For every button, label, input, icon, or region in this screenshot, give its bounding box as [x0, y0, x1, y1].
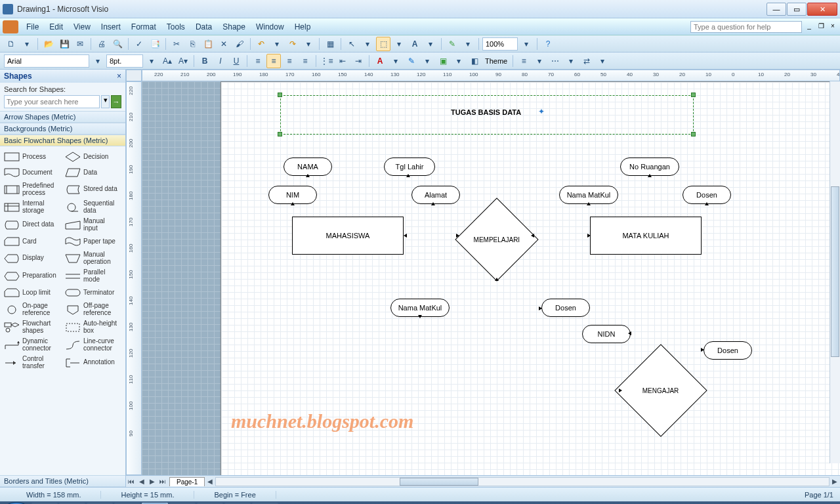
drawing-canvas[interactable]: TUGAS BASIS DATA ✦ MAHASISWA NAMA NIM Tg…: [142, 81, 840, 475]
dropdown-icon[interactable]: ▾: [564, 54, 578, 68]
align-center-button[interactable]: ≡: [266, 54, 281, 68]
resize-handle[interactable]: [278, 132, 282, 136]
paste-button[interactable]: 📋: [201, 37, 215, 51]
dropdown-icon[interactable]: ▾: [270, 37, 284, 51]
scrollbar-thumb[interactable]: [831, 186, 839, 357]
print-button[interactable]: 🖨: [94, 37, 109, 51]
close-button[interactable]: ✕: [807, 3, 837, 16]
attr-dosen[interactable]: Dosen: [682, 186, 731, 204]
help-search-input[interactable]: [690, 21, 802, 33]
attr-tgllahir[interactable]: Tgl Lahir: [384, 158, 435, 176]
search-dropdown-icon[interactable]: ▾: [101, 95, 110, 108]
italic-button[interactable]: I: [213, 54, 228, 68]
maximize-button[interactable]: ▭: [787, 3, 807, 16]
font-name-combo[interactable]: [4, 54, 89, 68]
scrollbar-thumb[interactable]: [400, 478, 478, 486]
menu-insert[interactable]: Insert: [96, 20, 126, 34]
attr-alamat[interactable]: Alamat: [411, 186, 460, 204]
align-left-button[interactable]: ≡: [251, 54, 265, 68]
resize-handle[interactable]: [691, 93, 696, 97]
mail-button[interactable]: ✉: [73, 37, 87, 51]
pointer-tool-button[interactable]: ↖: [345, 37, 359, 51]
shape-card[interactable]: Card: [1, 234, 62, 249]
dropdown-icon[interactable]: ▾: [392, 37, 406, 51]
shape-manual-input[interactable]: Manual input: [62, 216, 123, 234]
vertical-scrollbar[interactable]: [830, 81, 840, 463]
attr-dosen3[interactable]: Dosen: [704, 341, 752, 360]
rotation-handle-icon[interactable]: ✦: [538, 107, 545, 116]
shapes-search-input[interactable]: [4, 95, 100, 108]
horizontal-scrollbar[interactable]: ◀ ▶: [205, 477, 840, 486]
line-color-button[interactable]: ✎: [404, 54, 419, 68]
relation-mempelajari[interactable]: MEMPELAJARI: [455, 198, 538, 281]
dropdown-icon[interactable]: ▾: [420, 54, 434, 68]
dropdown-icon[interactable]: ▾: [595, 54, 610, 68]
shape-decision[interactable]: Decision: [62, 149, 123, 165]
attr-dosen-rel[interactable]: Dosen: [541, 299, 590, 317]
shape-loop-limit[interactable]: Loop limit: [1, 285, 62, 301]
vertical-ruler[interactable]: 220210200 190180170 160150140 130120110 …: [126, 81, 142, 475]
open-button[interactable]: 📂: [41, 37, 56, 51]
format-painter-button[interactable]: 🖌: [232, 37, 247, 51]
shape-internal-storage[interactable]: Internal storage: [1, 198, 62, 216]
resize-handle[interactable]: [278, 93, 282, 97]
dropdown-icon[interactable]: ▾: [461, 37, 475, 51]
attr-nim[interactable]: NIM: [268, 186, 317, 204]
stencil-basic-flowchart[interactable]: Basic Flowchart Shapes (Metric): [0, 135, 125, 146]
line-ends-button[interactable]: ⇄: [579, 54, 594, 68]
shapes-panel-close-icon[interactable]: ×: [117, 72, 121, 81]
menu-shape[interactable]: Shape: [217, 20, 251, 34]
bullets-button[interactable]: ⋮≡: [320, 54, 334, 68]
shape-data[interactable]: Data: [62, 165, 123, 180]
shapes-window-button[interactable]: ▦: [323, 37, 337, 51]
menu-window[interactable]: Window: [251, 20, 289, 34]
redo-button[interactable]: ↷: [285, 37, 300, 51]
shape-predefined-process[interactable]: Predefined process: [1, 180, 62, 198]
entity-mahasiswa[interactable]: MAHASISWA: [292, 217, 404, 255]
menu-data[interactable]: Data: [190, 20, 217, 34]
diagram-title[interactable]: TUGAS BASIS DATA: [451, 108, 521, 116]
shape-preparation[interactable]: Preparation: [1, 267, 62, 285]
menu-edit[interactable]: Edit: [44, 20, 68, 34]
drawing-page[interactable]: TUGAS BASIS DATA ✦ MAHASISWA NAMA NIM Tg…: [220, 81, 840, 475]
search-go-button[interactable]: →: [111, 95, 121, 108]
shape-display[interactable]: Display: [1, 249, 62, 267]
decrease-font-button[interactable]: A▾: [176, 54, 190, 68]
shape-process[interactable]: Process: [1, 149, 62, 165]
dropdown-icon[interactable]: ▾: [452, 54, 466, 68]
shape-terminator[interactable]: Terminator: [62, 285, 123, 301]
delete-button[interactable]: ✕: [217, 37, 231, 51]
dropdown-icon[interactable]: ▾: [532, 54, 547, 68]
menu-help[interactable]: Help: [289, 20, 316, 34]
dropdown-icon[interactable]: ▾: [519, 37, 534, 51]
align-right-button[interactable]: ≡: [282, 54, 297, 68]
dropdown-icon[interactable]: ▾: [91, 54, 105, 68]
office-icon[interactable]: [3, 20, 18, 33]
page-tab[interactable]: Page-1: [169, 477, 205, 486]
dropdown-icon[interactable]: ▾: [423, 37, 438, 51]
doc-close-button[interactable]: ×: [828, 22, 837, 32]
undo-button[interactable]: ↶: [254, 37, 268, 51]
shape-paper-tape[interactable]: Paper tape: [62, 234, 123, 249]
spelling-button[interactable]: ✓: [132, 37, 146, 51]
shape-off-page-reference[interactable]: Off-page reference: [62, 301, 123, 318]
stencil-arrow-shapes[interactable]: Arrow Shapes (Metric): [0, 111, 125, 123]
help-icon[interactable]: ?: [541, 37, 555, 51]
menu-view[interactable]: View: [68, 20, 96, 34]
attr-nama[interactable]: NAMA: [284, 158, 332, 176]
bold-button[interactable]: B: [198, 54, 212, 68]
doc-minimize-button[interactable]: _: [805, 22, 814, 32]
connector-tool-button[interactable]: ⬚: [376, 37, 390, 51]
shape-parallel-mode[interactable]: Parallel mode: [62, 267, 123, 285]
ink-button[interactable]: ✎: [445, 37, 459, 51]
shape-stored-data[interactable]: Stored data: [62, 180, 123, 198]
new-button[interactable]: 🗋: [4, 37, 18, 51]
fill-color-button[interactable]: ▣: [436, 54, 450, 68]
line-weight-button[interactable]: ≡: [516, 54, 531, 68]
line-pattern-button[interactable]: ⋯: [548, 54, 562, 68]
zoom-combo[interactable]: [482, 37, 518, 51]
save-button[interactable]: 💾: [57, 37, 72, 51]
resize-handle[interactable]: [691, 132, 696, 136]
shape-line-curve-connector[interactable]: Line-curve connector: [62, 336, 123, 354]
font-color-button[interactable]: A: [373, 54, 387, 68]
